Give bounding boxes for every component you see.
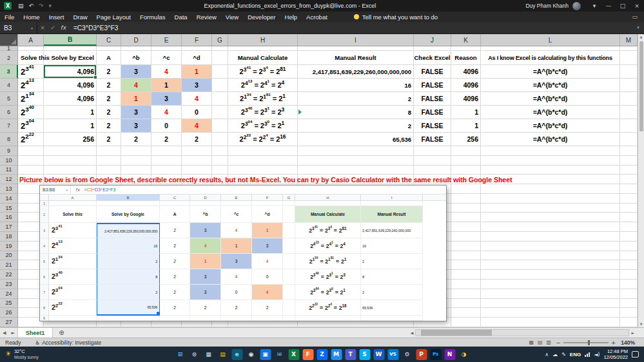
cell-M1[interactable] xyxy=(620,46,638,51)
cell-K25[interactable] xyxy=(451,299,481,309)
cell-C2[interactable]: A xyxy=(97,51,121,65)
row-header-15[interactable]: 15 xyxy=(0,204,18,213)
taskbar-photoshop-icon[interactable]: Ps xyxy=(430,349,441,360)
volume-icon[interactable]: ◄) xyxy=(594,352,600,357)
cell-M17[interactable] xyxy=(620,222,638,232)
column-header-D[interactable]: D xyxy=(121,34,151,46)
cell-E10[interactable] xyxy=(151,156,182,166)
taskbar-teams-icon[interactable]: T xyxy=(345,349,356,360)
cell-A2[interactable]: Solve this xyxy=(18,51,44,65)
cell-H8[interactable]: 2222=224=216 xyxy=(228,133,298,146)
cell-L4[interactable]: =A^(b*c*d) xyxy=(481,79,620,92)
cell-M21[interactable] xyxy=(620,260,638,270)
cell-F8[interactable]: 2 xyxy=(182,133,212,146)
cell-M15[interactable] xyxy=(620,204,638,213)
cell-M8[interactable] xyxy=(620,133,638,146)
cell-G2[interactable] xyxy=(212,51,228,65)
cell-H9[interactable] xyxy=(228,146,298,156)
cell-K13[interactable] xyxy=(451,184,481,194)
cell-G1[interactable] xyxy=(212,46,228,51)
row-header-25[interactable]: 25 xyxy=(0,299,18,309)
cell-F7[interactable]: 4 xyxy=(182,119,212,133)
row-header-21[interactable]: 21 xyxy=(0,260,18,270)
cell-L21[interactable] xyxy=(481,260,620,270)
cell-L25[interactable] xyxy=(481,299,620,309)
cell-L5[interactable]: =A^(b*c*d) xyxy=(481,92,620,106)
comment-icon[interactable]: ▭ xyxy=(632,14,638,20)
cell-K4[interactable]: 4096 xyxy=(451,79,481,92)
row-header-6[interactable]: 6 xyxy=(0,106,18,119)
cell-F11[interactable] xyxy=(182,166,212,175)
zoom-out-icon[interactable]: − xyxy=(556,339,561,346)
cell-M25[interactable] xyxy=(620,299,638,309)
scroll-right-icon[interactable]: ► xyxy=(631,330,634,335)
cell-F4[interactable]: 3 xyxy=(182,79,212,92)
scroll-down-icon[interactable]: ▼ xyxy=(640,321,643,327)
insert-function-icon[interactable]: fx xyxy=(58,24,68,31)
cell-L24[interactable] xyxy=(481,289,620,299)
vertical-scrollbar[interactable]: ▲ ▼ xyxy=(638,34,644,327)
cell-D2[interactable]: ^b xyxy=(121,51,151,65)
ribbon-display-options-icon[interactable]: ▾ xyxy=(587,3,601,9)
cell-M26[interactable] xyxy=(620,308,638,318)
cell-L22[interactable] xyxy=(481,270,620,280)
cell-H10[interactable] xyxy=(228,156,298,166)
zoom-slider[interactable] xyxy=(563,342,609,343)
ribbon-tab-help[interactable]: Help xyxy=(280,14,302,21)
minimize-icon[interactable]: — xyxy=(601,3,616,9)
cell-G7[interactable] xyxy=(212,119,228,133)
cell-K10[interactable] xyxy=(451,156,481,166)
cell-B3[interactable]: 4,096 xyxy=(44,65,97,79)
taskbar-paint-icon[interactable]: ◑ xyxy=(458,349,469,360)
cell-K22[interactable] xyxy=(451,270,481,280)
cell-B8[interactable]: 256 xyxy=(44,133,97,146)
vertical-scroll-thumb[interactable] xyxy=(639,41,643,131)
weather-widget[interactable]: ☀ 32°C Mostly sunny xyxy=(5,349,89,359)
zoom-in-icon[interactable]: + xyxy=(611,339,616,346)
cell-G9[interactable] xyxy=(212,146,228,156)
row-header-7[interactable]: 7 xyxy=(0,119,18,133)
cell-G10[interactable] xyxy=(212,156,228,166)
cell-D10[interactable] xyxy=(121,156,151,166)
cell-H7[interactable]: 2304=230=21 xyxy=(228,119,298,133)
cell-K23[interactable] xyxy=(451,280,481,289)
cell-I12[interactable] xyxy=(298,175,414,184)
cell-M4[interactable] xyxy=(620,79,638,92)
column-header-G[interactable]: G xyxy=(212,34,228,46)
scroll-left-icon[interactable]: ◀ xyxy=(411,330,414,335)
taskbar-excel-icon[interactable]: X xyxy=(288,349,299,360)
cell-E2[interactable]: ^c xyxy=(151,51,182,65)
row-header-10[interactable]: 10 xyxy=(0,156,18,166)
ribbon-tab-draw[interactable]: Draw xyxy=(68,14,92,21)
maximize-icon[interactable]: □ xyxy=(616,3,630,9)
tray-chevron-icon[interactable]: ∧ xyxy=(545,352,549,357)
column-header-F[interactable]: F xyxy=(182,34,212,46)
cell-L13[interactable] xyxy=(481,184,620,194)
cell-F1[interactable] xyxy=(182,46,212,51)
cell-M3[interactable] xyxy=(620,65,638,79)
ribbon-tab-developer[interactable]: Developer xyxy=(243,14,280,21)
horizontal-scroll-track[interactable] xyxy=(415,329,629,336)
horizontal-scrollbar[interactable]: ◀ ► xyxy=(409,328,636,338)
cell-H1[interactable] xyxy=(228,46,298,51)
cell-A7[interactable]: 2304 xyxy=(18,119,44,133)
cell-A1[interactable] xyxy=(18,46,44,51)
cell-G4[interactable] xyxy=(212,79,228,92)
ribbon-tab-page-layout[interactable]: Page Layout xyxy=(92,14,135,21)
cell-K20[interactable] xyxy=(451,251,481,261)
row-header-19[interactable]: 19 xyxy=(0,242,18,251)
horizontal-scroll-thumb[interactable] xyxy=(421,330,492,336)
cell-K18[interactable] xyxy=(451,232,481,242)
cell-M27[interactable] xyxy=(620,318,638,327)
cell-E12[interactable] xyxy=(151,175,182,184)
cell-G8[interactable] xyxy=(212,133,228,146)
taskbar-word-icon[interactable]: W xyxy=(373,349,384,360)
cell-K26[interactable] xyxy=(451,308,481,318)
new-sheet-icon[interactable]: ⊕ xyxy=(59,329,64,336)
enter-icon[interactable]: ✓ xyxy=(48,24,58,31)
cell-K14[interactable] xyxy=(451,194,481,204)
column-header-B[interactable]: B xyxy=(44,34,97,46)
column-header-I[interactable]: I xyxy=(298,34,414,46)
taskbar-zalo-icon[interactable]: Z xyxy=(317,349,327,360)
cell-C4[interactable]: 2 xyxy=(97,79,121,92)
